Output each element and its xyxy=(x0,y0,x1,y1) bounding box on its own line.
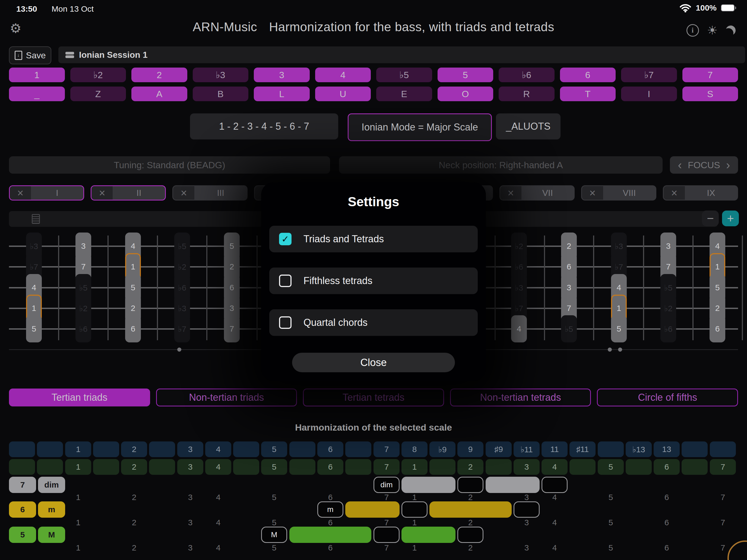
extension-cell-6[interactable]: 3 xyxy=(177,442,203,457)
chord-tone-cell-1[interactable] xyxy=(402,501,428,518)
degree-label-row3-16: 2 xyxy=(457,543,484,553)
degree-cell-14[interactable]: 1 xyxy=(402,459,428,475)
degree-cell-3[interactable] xyxy=(93,459,119,475)
degree-label-row2-7: 4 xyxy=(205,518,231,528)
extension-cell-10[interactable] xyxy=(289,442,315,457)
degree-label-row2-25: 7 xyxy=(710,518,736,528)
degree-cell-10[interactable] xyxy=(289,459,315,475)
extension-cell-0[interactable] xyxy=(9,442,35,457)
chord-root-badge-M[interactable]: M xyxy=(261,527,287,543)
degree-label-row3-7: 4 xyxy=(205,543,231,553)
extension-cell-16[interactable]: 9 xyxy=(457,442,484,457)
extension-cell-1[interactable] xyxy=(37,442,63,457)
chord-tone-cell-2[interactable] xyxy=(457,527,484,543)
chord-quality-badge-m[interactable]: m xyxy=(38,501,65,518)
degree-cell-6[interactable]: 3 xyxy=(177,459,203,475)
chord-tone-cell-2[interactable] xyxy=(514,501,540,518)
degree-cell-20[interactable] xyxy=(569,459,595,475)
extension-cell-13[interactable]: 7 xyxy=(374,442,400,457)
degree-label-row1-11: 6 xyxy=(317,493,343,503)
degree-label-row2-16: 2 xyxy=(457,518,484,528)
degree-label-row3-4: 2 xyxy=(121,543,147,553)
settings-option-label: Quartal chords xyxy=(304,317,367,328)
settings-option-fifthless-tetrads[interactable]: Fifthless tetrads xyxy=(269,268,478,294)
degree-cell-7[interactable]: 4 xyxy=(205,459,231,475)
degree-cell-18[interactable]: 3 xyxy=(514,459,540,475)
chord-degree-badge-6[interactable]: 6 xyxy=(9,501,36,518)
checkbox-unchecked-icon[interactable] xyxy=(279,274,291,287)
extension-cell-24[interactable] xyxy=(681,442,707,457)
degree-label-row3-6: 3 xyxy=(177,543,203,553)
degree-cell-2[interactable]: 1 xyxy=(65,459,91,475)
chord-quality-badge-dim[interactable]: dim xyxy=(38,477,65,493)
extension-cell-8[interactable] xyxy=(233,442,259,457)
degree-cell-22[interactable] xyxy=(626,459,652,475)
degree-label-row2-13: 7 xyxy=(374,518,400,528)
degree-cell-11[interactable]: 6 xyxy=(317,459,343,475)
extension-cell-4[interactable]: 2 xyxy=(121,442,147,457)
extension-cell-3[interactable] xyxy=(93,442,119,457)
checkbox-checked-icon[interactable]: ✓ xyxy=(279,233,291,245)
degree-cell-12[interactable] xyxy=(345,459,371,475)
extension-cell-2[interactable]: 1 xyxy=(65,442,91,457)
chord-root-badge-dim[interactable]: dim xyxy=(374,477,400,493)
degree-label-row2-4: 2 xyxy=(121,518,147,528)
degree-label-row2-23: 6 xyxy=(654,518,680,528)
degree-cell-15[interactable] xyxy=(430,459,456,475)
extension-cell-20[interactable]: ♯11 xyxy=(569,442,595,457)
degree-cell-13[interactable]: 7 xyxy=(374,459,400,475)
degree-label-row1-14: 1 xyxy=(402,493,428,503)
extension-cell-7[interactable]: 4 xyxy=(205,442,231,457)
degree-label-row1-13: 7 xyxy=(374,493,400,503)
chord-degree-badge-5[interactable]: 5 xyxy=(9,527,36,543)
extension-cell-19[interactable]: 11 xyxy=(542,442,568,457)
degree-cell-25[interactable]: 7 xyxy=(710,459,736,475)
extension-cell-11[interactable]: 6 xyxy=(317,442,343,457)
degree-label-row1-7: 4 xyxy=(205,493,231,503)
extension-cell-12[interactable] xyxy=(345,442,371,457)
chord-degree-badge-7[interactable]: 7 xyxy=(9,477,36,493)
degree-cell-1[interactable] xyxy=(37,459,63,475)
degree-cell-24[interactable] xyxy=(681,459,707,475)
settings-option-quartal-chords[interactable]: Quartal chords xyxy=(269,309,478,336)
chord-interval-span-1 xyxy=(345,501,400,518)
chord-quality-badge-M[interactable]: M xyxy=(38,527,65,543)
degree-label-row3-19: 4 xyxy=(542,543,568,553)
degree-cell-21[interactable]: 5 xyxy=(598,459,624,475)
degree-label-row1-23: 6 xyxy=(654,493,680,503)
degree-cell-19[interactable]: 4 xyxy=(542,459,568,475)
extension-cell-17[interactable]: ♯9 xyxy=(486,442,512,457)
degree-label-row3-13: 7 xyxy=(374,543,400,553)
extension-cell-25[interactable] xyxy=(710,442,736,457)
app-root: 13:50 Mon 13 Oct 100% ⚙ ARN-Music Harmon… xyxy=(0,0,747,560)
extension-cell-21[interactable] xyxy=(598,442,624,457)
checkbox-unchecked-icon[interactable] xyxy=(279,316,291,329)
degree-cell-5[interactable] xyxy=(149,459,175,475)
degree-cell-8[interactable] xyxy=(233,459,259,475)
degree-cell-17[interactable] xyxy=(486,459,512,475)
extension-cell-15[interactable]: ♭9 xyxy=(430,442,456,457)
extension-cell-18[interactable]: ♭11 xyxy=(514,442,540,457)
degree-cell-0[interactable] xyxy=(9,459,35,475)
extension-cell-9[interactable]: 5 xyxy=(261,442,287,457)
degree-label-row3-18: 3 xyxy=(514,543,540,553)
degree-cell-4[interactable]: 2 xyxy=(121,459,147,475)
extension-cell-5[interactable] xyxy=(149,442,175,457)
degree-label-row2-11: 6 xyxy=(317,518,343,528)
chord-root-badge-m[interactable]: m xyxy=(317,501,343,518)
close-button[interactable]: Close xyxy=(292,353,455,372)
settings-option-triads-and-tetrads[interactable]: ✓Triads and Tetrads xyxy=(269,226,478,252)
chord-tone-cell-1[interactable] xyxy=(457,477,484,493)
extension-cell-23[interactable]: 13 xyxy=(654,442,680,457)
degree-cell-9[interactable]: 5 xyxy=(261,459,287,475)
extension-cell-22[interactable]: ♭13 xyxy=(626,442,652,457)
degree-label-row2-2: 1 xyxy=(65,518,91,528)
degree-cell-23[interactable]: 6 xyxy=(654,459,680,475)
chord-tone-cell-1[interactable] xyxy=(374,527,400,543)
chord-interval-span-1 xyxy=(402,477,456,493)
degree-cell-16[interactable]: 2 xyxy=(457,459,484,475)
degree-label-row1-4: 2 xyxy=(121,493,147,503)
chord-tone-cell-2[interactable] xyxy=(542,477,568,493)
extension-cell-14[interactable]: 8 xyxy=(402,442,428,457)
chord-interval-span-1 xyxy=(289,527,371,543)
